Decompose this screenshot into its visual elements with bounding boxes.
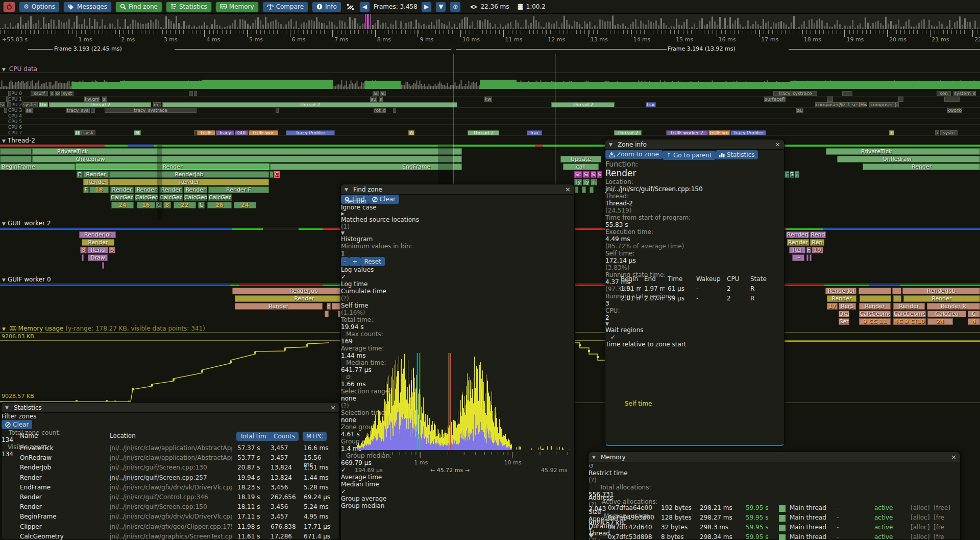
timeline-zone[interactable]: OnRedraw <box>32 156 462 162</box>
cpu-timeline-zone[interactable]: s <box>379 97 383 102</box>
cpu-timeline-zone[interactable] <box>6 97 9 102</box>
callstack-alloc-link[interactable]: [alloc] <box>911 524 929 531</box>
timeline-zone[interactable]: Render F <box>208 186 269 193</box>
timeline-zone[interactable]: Rend <box>810 231 826 238</box>
cpu-timeline-zone[interactable] <box>842 91 852 96</box>
cpu-timeline-zone[interactable] <box>4 108 7 113</box>
timeline-zone[interactable]: PrivateTick <box>826 148 980 155</box>
statistics-row[interactable]: BeginFramejni/../jni/src/claw/gfx/drv/vk… <box>2 512 332 522</box>
timeline-zone[interactable] <box>574 186 578 193</box>
frame-label-left[interactable]: Frame 3,193 (22.45 ms) <box>54 45 122 52</box>
cpu-timeline-zone[interactable]: Thread-2 <box>49 102 151 107</box>
timeline-zone[interactable] <box>590 186 594 193</box>
timeline-zone[interactable]: 22 <box>174 202 196 208</box>
cpu-timeline-zone[interactable]: Thread-2 <box>551 102 615 107</box>
cpu-timeline-zone[interactable]: GUIF wor <box>249 130 278 135</box>
cpu-timeline-zone[interactable]: tracy_systrace <box>773 91 817 96</box>
close-icon[interactable]: × <box>565 185 571 193</box>
timeline-zone[interactable]: 9 CC 11 <box>859 318 891 325</box>
frame-select-button[interactable]: ▼ <box>435 2 446 12</box>
cpu-timeline-zone[interactable]: GUI <box>235 130 248 135</box>
zone-statistics-button[interactable]: Statistics <box>716 150 758 159</box>
timeline-zone[interactable]: F <box>806 247 811 253</box>
reset-button[interactable]: Reset <box>360 257 385 266</box>
cpu-timeline-zone[interactable]: GUIF wo <box>708 130 730 135</box>
cpu-timeline-zone[interactable]: Tracy Profiler <box>730 130 766 135</box>
frame-label-right[interactable]: Frame 3,194 (13.92 ms) <box>668 45 736 52</box>
timeline-zone[interactable]: 24 <box>111 202 134 208</box>
log-time-checkbox[interactable]: ✓ <box>341 273 574 280</box>
wait-regions-row[interactable]: ▼Wait regions✓Time relative to zone star… <box>605 321 784 348</box>
timeline-zone[interactable]: ~ <box>792 254 804 261</box>
timeline-zone[interactable]: C <box>198 202 205 208</box>
relative-time-checkbox[interactable]: ✓ <box>610 334 784 341</box>
statistics-row[interactable]: OnRedrawjni/../jni/src/claw/application/… <box>2 453 332 463</box>
timeline-zone[interactable]: 24 <box>927 318 953 325</box>
cpu-data-header[interactable]: ▼ CPU data <box>0 65 980 73</box>
cpu-timeline-zone[interactable]: kw <box>484 97 492 102</box>
cpu-timeline-zone[interactable]: syste <box>940 130 958 135</box>
callstack-alloc-link[interactable]: [alloc] <box>911 504 929 511</box>
timeline-zone[interactable]: Render <box>159 186 183 193</box>
statistics-row[interactable]: RenderJobjni/../jni/src/guif/Screen.cpp:… <box>2 463 332 473</box>
cpu-timeline-zone[interactable] <box>8 91 11 96</box>
cpu-timeline-zone[interactable]: system se <box>22 102 38 107</box>
timeline-zone[interactable]: CalcGeomet <box>893 311 926 317</box>
cpu-timeline-zone[interactable]: se <box>55 91 60 96</box>
compare-button[interactable]: Compare <box>262 2 308 12</box>
callstack-free-link[interactable]: [fre <box>934 533 944 540</box>
timeline-zone[interactable]: Draw <box>88 254 108 261</box>
cpu-timeline-zone[interactable]: i <box>935 130 939 135</box>
cpu-timeline-zone[interactable]: sysk <box>81 130 95 135</box>
decrement-button[interactable]: - <box>341 257 349 266</box>
zoom-to-zone-button[interactable]: Zoom to zone <box>605 150 663 159</box>
find-zone-search-input[interactable]: Render <box>345 198 570 205</box>
cpu-timeline-zone[interactable]: Tracy Profiler <box>286 130 335 135</box>
timeline-zone[interactable]: OnRedraw <box>837 156 980 162</box>
timeline-zone[interactable] <box>892 288 901 294</box>
callstack-alloc-link[interactable]: [alloc] <box>911 514 929 521</box>
find-zone-button[interactable]: Find zone <box>115 2 162 12</box>
cpu-timeline-zone[interactable] <box>944 97 960 102</box>
sort-counts-button[interactable]: Counts <box>270 432 299 441</box>
timeline-zone[interactable]: call <box>563 163 599 170</box>
timeline-zone[interactable]: Dra <box>839 311 849 317</box>
cpu-timeline-zone[interactable]: Tracy <box>216 130 234 135</box>
timeline-zone[interactable]: C <box>274 171 280 178</box>
timeline-zone[interactable]: Render <box>110 186 134 193</box>
cpu-timeline-zone[interactable]: rot_d <box>374 108 386 113</box>
timeline-zone[interactable]: 24 <box>234 202 256 208</box>
timeline-zone[interactable]: BeginFrame <box>0 163 75 170</box>
timeline-zone[interactable]: F <box>77 171 83 178</box>
timeline-zone[interactable]: CalcGeo <box>927 311 966 317</box>
cpu-timeline-zone[interactable] <box>91 108 95 113</box>
cpu-timeline-zone[interactable]: aux <box>370 97 377 102</box>
cpu-timeline-zone[interactable]: GUIF <box>197 130 215 135</box>
timeline-zone[interactable]: Render <box>76 163 270 170</box>
cpu-timeline-zone[interactable]: surfacefl <box>764 97 786 102</box>
timeline-zone[interactable]: 4 <box>968 318 980 325</box>
timeline-zone[interactable]: 8 <box>80 247 87 253</box>
cpu-timeline-zone[interactable] <box>827 97 833 102</box>
timeline-zone[interactable]: CalcGeo <box>110 194 134 201</box>
timeline-zone[interactable]: S <box>591 171 596 178</box>
cpu-timeline-zone[interactable]: si <box>102 97 107 102</box>
timeline-zone[interactable]: S <box>790 171 794 178</box>
timeline-zone[interactable]: Set <box>839 318 849 325</box>
timeline-zone[interactable]: CalcGeo <box>208 194 232 201</box>
tools-button[interactable] <box>345 2 356 12</box>
cpu-timeline-zone[interactable]: kworke <box>947 108 962 113</box>
statistics-row[interactable]: Clipperjni/../jni/src/claw/gfx/geo/Clipp… <box>2 522 332 532</box>
timeline-zone[interactable]: CalcGeor <box>159 194 183 201</box>
timeline-zone[interactable] <box>0 148 32 155</box>
frame-minimap[interactable] <box>0 14 980 30</box>
timeline-zone[interactable]: 16 <box>137 202 155 208</box>
timeline-zone[interactable]: RenderJol <box>825 288 856 294</box>
timeline-zone[interactable] <box>893 295 901 302</box>
cpu-timeline-zone[interactable]: Thread-2 <box>614 130 642 135</box>
cpu-timeline-zone[interactable] <box>7 102 11 107</box>
statistics-row[interactable]: EndFramejni/../jni/src/claw/gfx/drv/vk/D… <box>2 483 332 492</box>
timeline-zone[interactable]: T <box>785 171 789 178</box>
timeline-zone[interactable]: Ren <box>810 239 824 246</box>
callstack-free-link[interactable]: [fre <box>934 524 944 531</box>
